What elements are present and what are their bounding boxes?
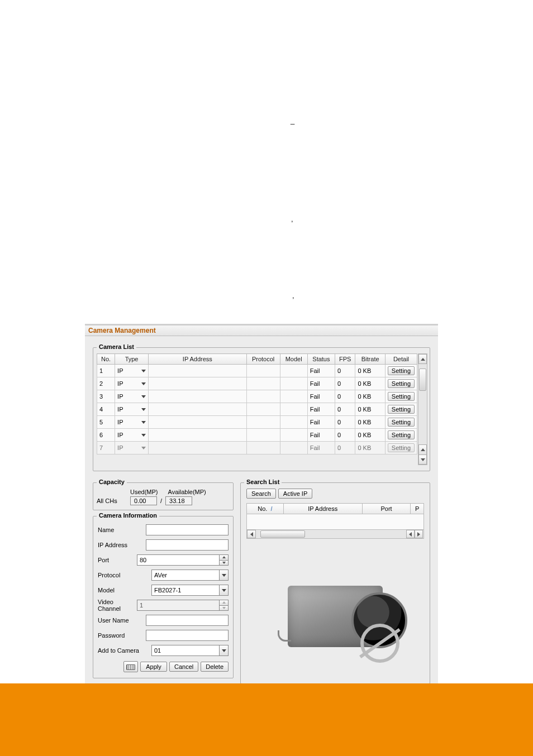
- scroll-left-icon[interactable]: [247, 530, 256, 538]
- col-detail[interactable]: Detail: [385, 354, 417, 365]
- port-spinner[interactable]: [137, 554, 229, 566]
- col-status[interactable]: Status: [307, 354, 335, 365]
- search-list-hscroll[interactable]: [246, 530, 424, 539]
- stray-comma-1: ,: [291, 215, 293, 223]
- camera-info-group: Camera Information Name IP Address Port: [93, 516, 234, 678]
- chevron-down-icon[interactable]: [141, 370, 146, 372]
- delete-button[interactable]: Delete: [201, 662, 229, 672]
- type-select[interactable]: IP: [115, 416, 149, 429]
- setting-button[interactable]: Setting: [388, 392, 415, 401]
- camera-management-dialog: Camera Management Camera List No. Type I…: [85, 324, 438, 688]
- cell-ip: [149, 429, 247, 442]
- keyboard-icon[interactable]: [123, 661, 138, 672]
- setting-button[interactable]: Setting: [388, 418, 415, 427]
- cell-status: Fail: [307, 390, 335, 403]
- table-row[interactable]: 7IPFail00 KBSetting: [97, 442, 417, 454]
- setting-button[interactable]: Setting: [388, 366, 415, 375]
- apply-button[interactable]: Apply: [140, 662, 167, 672]
- port-up-icon[interactable]: [219, 555, 228, 560]
- chevron-down-icon[interactable]: [219, 585, 228, 595]
- table-row[interactable]: 5IPFail00 KBSetting: [97, 416, 417, 429]
- setting-button[interactable]: Setting: [388, 379, 415, 388]
- add-to-camera-combo[interactable]: 01: [151, 645, 229, 656]
- type-select[interactable]: IP: [115, 390, 149, 403]
- chevron-down-icon[interactable]: [141, 434, 146, 437]
- col-fps[interactable]: FPS: [335, 354, 355, 365]
- type-select[interactable]: IP: [115, 429, 149, 442]
- scroll-thumb[interactable]: [419, 369, 426, 391]
- port-input[interactable]: [137, 555, 219, 565]
- scroll-up-icon[interactable]: [418, 354, 427, 364]
- table-row[interactable]: 6IPFail00 KBSetting: [97, 429, 417, 442]
- col-ip[interactable]: IP Address: [149, 354, 247, 365]
- name-label: Name: [98, 527, 146, 533]
- cell-ip: [149, 365, 247, 377]
- camera-list-scrollbar[interactable]: [418, 353, 427, 465]
- user-input[interactable]: [146, 615, 229, 626]
- port-label: Port: [98, 557, 137, 563]
- chevron-down-icon[interactable]: [141, 408, 146, 411]
- cell-model: [280, 442, 307, 454]
- cell-bitrate: 0 KB: [355, 403, 386, 416]
- all-chs-label: All CHs: [97, 497, 127, 504]
- scroll-left2-icon[interactable]: [406, 530, 415, 538]
- chevron-down-icon[interactable]: [141, 382, 146, 385]
- type-select[interactable]: IP: [115, 365, 149, 377]
- video-channel-label: Video Channel: [98, 599, 137, 612]
- model-combo[interactable]: FB2027-1: [151, 585, 229, 596]
- sort-indicator-icon: /: [270, 505, 272, 512]
- page-footer-bar: [0, 683, 533, 756]
- port-down-icon[interactable]: [219, 560, 228, 566]
- cell-fps: 0: [335, 403, 355, 416]
- type-select[interactable]: IP: [115, 377, 149, 390]
- protocol-label: Protocol: [98, 572, 151, 578]
- chevron-down-icon[interactable]: [141, 395, 146, 398]
- col-model[interactable]: Model: [280, 354, 307, 365]
- col-protocol[interactable]: Protocol: [246, 354, 280, 365]
- cell-model: [280, 365, 307, 377]
- chevron-down-icon[interactable]: [219, 570, 228, 580]
- search-button[interactable]: Search: [246, 489, 276, 499]
- setting-button[interactable]: Setting: [388, 405, 415, 414]
- col-no[interactable]: No.: [97, 354, 115, 365]
- table-row[interactable]: 2IPFail00 KBSetting: [97, 377, 417, 390]
- cancel-button[interactable]: Cancel: [169, 662, 198, 672]
- cell-fps: 0: [335, 442, 355, 454]
- active-ip-button[interactable]: Active IP: [278, 489, 312, 499]
- chevron-down-icon[interactable]: [219, 645, 228, 655]
- capacity-title: Capacity: [97, 479, 127, 485]
- sl-col-port[interactable]: Port: [362, 504, 411, 514]
- type-select[interactable]: IP: [115, 403, 149, 416]
- ip-input[interactable]: [146, 539, 229, 551]
- scroll-down-icon[interactable]: [418, 454, 427, 465]
- sl-col-no[interactable]: No. /: [247, 504, 284, 514]
- col-type[interactable]: Type: [115, 354, 149, 365]
- cell-no: 5: [97, 416, 115, 429]
- setting-button[interactable]: Setting: [388, 430, 415, 439]
- name-input[interactable]: [146, 524, 229, 535]
- cell-ip: [149, 390, 247, 403]
- col-bitrate[interactable]: Bitrate: [355, 354, 386, 365]
- type-select[interactable]: IP: [115, 442, 149, 454]
- scroll-up2-icon[interactable]: [418, 444, 427, 454]
- chevron-down-icon[interactable]: [141, 421, 146, 424]
- hscroll-thumb[interactable]: [260, 530, 305, 538]
- cell-protocol: [246, 390, 280, 403]
- setting-button[interactable]: Setting: [388, 443, 415, 452]
- password-input[interactable]: [146, 630, 229, 641]
- sl-col-ip[interactable]: IP Address: [283, 504, 362, 514]
- camera-list-table: No. Type IP Address Protocol Model Statu…: [97, 353, 417, 454]
- cell-no: 4: [97, 403, 115, 416]
- sl-col-p[interactable]: P: [411, 504, 424, 514]
- chevron-down-icon[interactable]: [141, 447, 146, 449]
- cell-status: Fail: [307, 429, 335, 442]
- table-row[interactable]: 4IPFail00 KBSetting: [97, 403, 417, 416]
- cell-protocol: [246, 429, 280, 442]
- protocol-combo[interactable]: AVer: [151, 570, 229, 581]
- table-row[interactable]: 1IPFail00 KBSetting: [97, 365, 417, 377]
- capacity-group: Capacity Used(MP) Available(MP) All CHs …: [93, 482, 234, 510]
- cell-status: Fail: [307, 416, 335, 429]
- cell-bitrate: 0 KB: [355, 365, 386, 377]
- table-row[interactable]: 3IPFail00 KBSetting: [97, 390, 417, 403]
- scroll-right-icon[interactable]: [415, 530, 423, 538]
